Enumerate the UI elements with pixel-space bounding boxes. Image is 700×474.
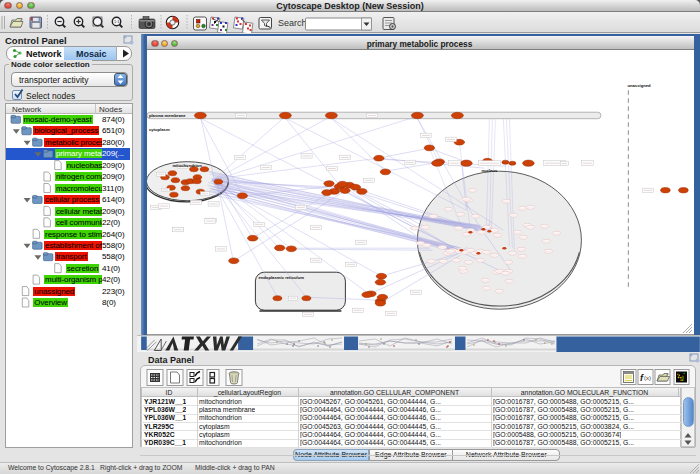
- svg-text:endoplasmic reticulum: endoplasmic reticulum: [258, 275, 304, 280]
- svg-text:Search:: Search:: [278, 18, 309, 28]
- svg-text:nucleus: nucleus: [481, 168, 497, 173]
- svg-text:mitochondrion: mitochondrion: [172, 163, 202, 168]
- svg-text:cytoplasm: cytoplasm: [148, 127, 169, 132]
- svg-text:(x): (x): [644, 375, 651, 381]
- svg-text:plasma membrane: plasma membrane: [148, 113, 185, 118]
- svg-text:unassigned: unassigned: [627, 83, 651, 88]
